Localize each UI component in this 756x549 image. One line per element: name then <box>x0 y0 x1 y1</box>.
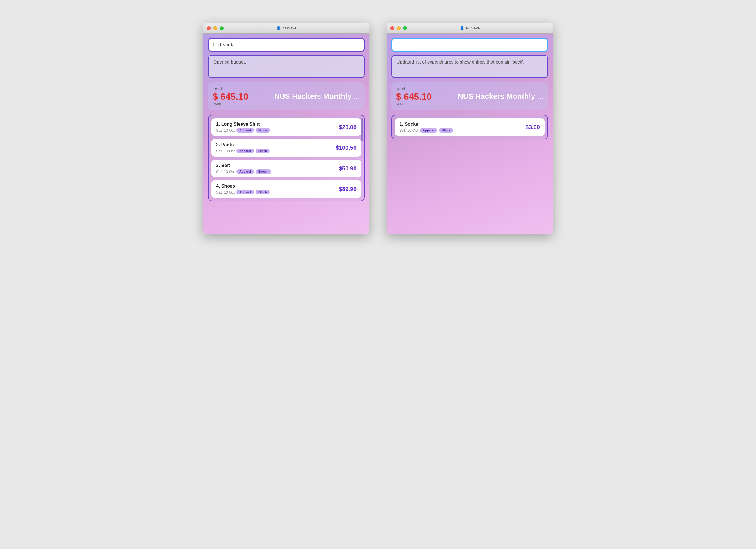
titlebar-icon-1: 👤 <box>276 26 281 30</box>
total-left-1: Total: $ 645.10 /600 <box>213 87 248 106</box>
table-row: 3. Belt Sat, 10 Oct Apparel Brown $50.90 <box>211 160 361 177</box>
minimize-button-1[interactable] <box>213 26 217 30</box>
maximize-button-2[interactable] <box>403 26 407 30</box>
window-1: 👤 NUSave Opened budget. Total: $ 645.10 … <box>203 23 369 234</box>
window-1-content: Opened budget. Total: $ 645.10 /600 NUS … <box>203 34 369 234</box>
table-row: 1. Long Sleeve Shirt Sat, 10 Oct Apparel… <box>211 118 361 136</box>
traffic-lights-1 <box>207 26 224 30</box>
titlebar-icon-2: 👤 <box>460 26 464 30</box>
window-2-content: Updated list of expenditures to show ent… <box>387 34 553 234</box>
titlebar-title-2: 👤 NUSave <box>460 26 480 30</box>
titlebar-title-1: 👤 NUSave <box>276 26 296 30</box>
table-row: 2. Pants Sat, 10 Oct Apparel Black $100.… <box>211 139 361 157</box>
window-2: 👤 NUSave Updated list of expenditures to… <box>387 23 553 234</box>
titlebar-1: 👤 NUSave <box>203 23 369 34</box>
traffic-lights-2 <box>390 26 407 30</box>
search-input-1[interactable] <box>208 38 365 52</box>
page-wrapper: 👤 NUSave Opened budget. Total: $ 645.10 … <box>203 23 553 234</box>
minimize-button-2[interactable] <box>397 26 401 30</box>
scrollbar-1[interactable] <box>361 118 363 141</box>
table-row: 4. Shoes Sat, 10 Oct Apparel Black $89.9… <box>211 180 361 198</box>
search-input-2[interactable] <box>391 38 548 52</box>
close-button-1[interactable] <box>207 26 211 30</box>
table-row: 1. Socks Sat, 10 Oct Apparel Black $3.00 <box>395 118 545 136</box>
close-button-2[interactable] <box>390 26 394 30</box>
total-section-1: Total: $ 645.10 /600 NUS Hackers Monthly… <box>208 83 365 110</box>
items-list-1: 1. Long Sleeve Shirt Sat, 10 Oct Apparel… <box>208 115 365 201</box>
status-box-2: Updated list of expenditures to show ent… <box>391 55 548 78</box>
titlebar-2: 👤 NUSave <box>387 23 553 34</box>
maximize-button-1[interactable] <box>220 26 224 30</box>
items-list-2: 1. Socks Sat, 10 Oct Apparel Black $3.00 <box>391 115 548 140</box>
status-box-1: Opened budget. <box>208 55 365 78</box>
total-left-2: Total: $ 645.10 /600 <box>396 87 432 106</box>
total-section-2: Total: $ 645.10 /600 NUS Hackers Monthly… <box>391 83 548 110</box>
